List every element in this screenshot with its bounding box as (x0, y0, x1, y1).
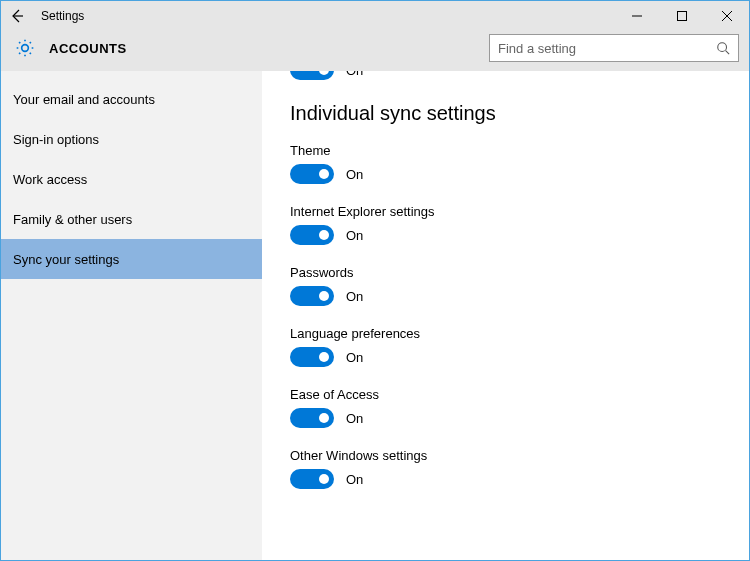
section-heading: Individual sync settings (290, 102, 721, 125)
window-controls (614, 1, 749, 31)
main-panel: Sync settings On Individual sync setting… (262, 71, 749, 560)
sidebar: Your email and accounts Sign-in options … (1, 71, 262, 560)
setting-label: Theme (290, 143, 721, 158)
search-input[interactable] (498, 41, 708, 56)
header-left: ACCOUNTS (15, 38, 127, 58)
setting-label: Passwords (290, 265, 721, 280)
sidebar-item-sync-your-settings[interactable]: Sync your settings (1, 239, 262, 279)
sidebar-item-label: Sign-in options (13, 132, 99, 147)
window-title: Settings (41, 9, 84, 23)
toggle-theme[interactable] (290, 164, 334, 184)
gear-icon (15, 38, 35, 58)
toggle-passwords[interactable] (290, 286, 334, 306)
setting-label: Internet Explorer settings (290, 204, 721, 219)
setting-other-windows-settings: Other Windows settings On (290, 448, 721, 489)
toggle-row: On (290, 286, 721, 306)
close-button[interactable] (704, 1, 749, 31)
page-title: ACCOUNTS (49, 41, 127, 56)
sidebar-item-label: Sync your settings (13, 252, 119, 267)
toggle-row: On (290, 164, 721, 184)
setting-sync-settings: Sync settings On (290, 71, 721, 80)
maximize-button[interactable] (659, 1, 704, 31)
toggle-state: On (346, 228, 363, 243)
toggle-knob (319, 169, 329, 179)
content: Your email and accounts Sign-in options … (1, 71, 749, 560)
toggle-ie-settings[interactable] (290, 225, 334, 245)
toggle-ease-of-access[interactable] (290, 408, 334, 428)
toggle-state: On (346, 472, 363, 487)
back-button[interactable] (5, 4, 29, 28)
settings-window: Settings ACCOUNTS (0, 0, 750, 561)
sidebar-item-email-accounts[interactable]: Your email and accounts (1, 79, 262, 119)
setting-ease-of-access: Ease of Access On (290, 387, 721, 428)
svg-point-5 (718, 43, 727, 52)
setting-passwords: Passwords On (290, 265, 721, 306)
toggle-knob (319, 413, 329, 423)
toggle-state: On (346, 350, 363, 365)
svg-rect-2 (677, 12, 686, 21)
sidebar-item-label: Your email and accounts (13, 92, 155, 107)
back-arrow-icon (9, 8, 25, 24)
bottom-spacer (290, 509, 721, 549)
minimize-button[interactable] (614, 1, 659, 31)
toggle-knob (319, 230, 329, 240)
toggle-knob (319, 71, 329, 75)
toggle-row: On (290, 71, 721, 80)
toggle-state: On (346, 71, 363, 78)
toggle-state: On (346, 167, 363, 182)
close-icon (722, 11, 732, 21)
toggle-state: On (346, 411, 363, 426)
setting-label: Other Windows settings (290, 448, 721, 463)
maximize-icon (677, 11, 687, 21)
sidebar-item-family-other-users[interactable]: Family & other users (1, 199, 262, 239)
search-icon (716, 41, 730, 55)
main-scroll[interactable]: Sync settings On Individual sync setting… (262, 71, 749, 560)
setting-ie-settings: Internet Explorer settings On (290, 204, 721, 245)
setting-language-preferences: Language preferences On (290, 326, 721, 367)
toggle-row: On (290, 408, 721, 428)
titlebar: Settings (1, 1, 749, 31)
svg-line-6 (726, 51, 730, 55)
sidebar-item-label: Work access (13, 172, 87, 187)
toggle-row: On (290, 469, 721, 489)
setting-label: Ease of Access (290, 387, 721, 402)
toggle-other-windows-settings[interactable] (290, 469, 334, 489)
setting-theme: Theme On (290, 143, 721, 184)
titlebar-left: Settings (5, 4, 84, 28)
minimize-icon (632, 11, 642, 21)
toggle-language-preferences[interactable] (290, 347, 334, 367)
sidebar-item-work-access[interactable]: Work access (1, 159, 262, 199)
sidebar-item-label: Family & other users (13, 212, 132, 227)
search-box[interactable] (489, 34, 739, 62)
toggle-sync-settings[interactable] (290, 71, 334, 80)
setting-label: Language preferences (290, 326, 721, 341)
toggle-knob (319, 291, 329, 301)
header: ACCOUNTS (1, 31, 749, 71)
toggle-knob (319, 474, 329, 484)
sidebar-item-sign-in-options[interactable]: Sign-in options (1, 119, 262, 159)
toggle-row: On (290, 225, 721, 245)
toggle-row: On (290, 347, 721, 367)
toggle-state: On (346, 289, 363, 304)
toggle-knob (319, 352, 329, 362)
